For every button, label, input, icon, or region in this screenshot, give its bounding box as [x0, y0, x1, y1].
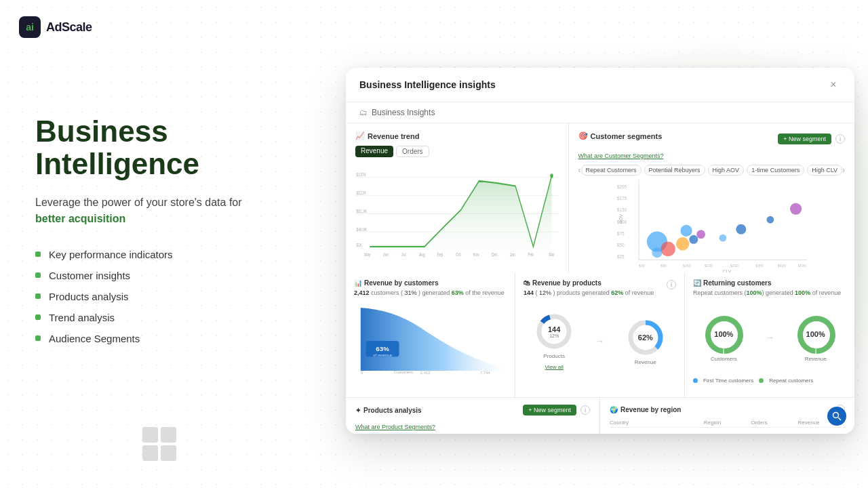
returning-customers-panel: 🔄 Returning customers Repeat customers (…	[685, 272, 854, 397]
bullet-customer	[35, 272, 41, 278]
revenue-trend-panel: 📈 Revenue trend Revenue Orders $137K $11…	[346, 123, 569, 285]
products-donut: 144 12%	[534, 311, 574, 352]
products-analysis-header: ✦ Products analysis + New segment i	[355, 405, 590, 415]
tab-orders[interactable]: Orders	[396, 146, 429, 157]
revenue-by-products-title: 🛍 Revenue by products	[524, 279, 601, 287]
products-analysis-info[interactable]: i	[580, 405, 590, 415]
bullet-products	[35, 293, 41, 299]
ret-cust-pct: 100%	[714, 330, 733, 338]
what-are-segments-link[interactable]: What are Customer Segments?	[578, 152, 664, 159]
what-are-product-segments-link[interactable]: What are Product Segments?	[355, 424, 435, 430]
svg-text:Jul: Jul	[401, 251, 406, 257]
search-fab-button[interactable]	[827, 407, 846, 426]
region-header: 🌍 Revenue by region i	[610, 405, 845, 414]
waterfall-chart: 63% of revenue 0 2,412 7,744 Customers	[354, 300, 507, 375]
svg-text:$230: $230	[704, 264, 712, 268]
chart-tabs: Revenue Orders	[355, 146, 559, 157]
svg-text:Oct: Oct	[456, 251, 461, 257]
bullet-kpi	[35, 251, 41, 257]
segment-pills: Repeat Customers Potential Rebuyers High…	[581, 165, 843, 176]
modal-title: Business Intelligence insights	[359, 79, 496, 90]
svg-point-41	[680, 225, 692, 237]
svg-text:$81.3K: $81.3K	[356, 208, 367, 214]
svg-text:$350: $350	[755, 264, 764, 268]
returning-icon: 🔄	[693, 279, 701, 287]
region-icon: 🌍	[610, 406, 618, 413]
logo-icon: ai	[19, 16, 41, 38]
pill-1time[interactable]: 1-time Customers	[747, 165, 804, 176]
svg-text:2,412: 2,412	[420, 371, 431, 375]
seg-nav-next[interactable]: ›	[842, 165, 845, 175]
subtitle: Leverage the power of your store's data …	[35, 195, 320, 227]
breadcrumb-bar: 🗂 Business Insights	[346, 102, 854, 123]
svg-text:$175: $175	[616, 196, 627, 201]
svg-text:$90: $90	[660, 264, 667, 268]
products-analysis-title: ✦ Products analysis	[355, 407, 422, 414]
svg-text:$75: $75	[616, 231, 624, 236]
ret-rev-pct: 100%	[806, 330, 825, 338]
close-button[interactable]: ×	[826, 77, 841, 92]
pill-high-clv[interactable]: High CLV	[807, 165, 842, 176]
revenue-donut: 62%	[625, 317, 666, 358]
rev-cust-icon: 📊	[354, 279, 362, 287]
modal-window: Business Intelligence insights × 🗂 Busin…	[346, 68, 854, 434]
breadcrumb-text: Business Insights	[372, 108, 435, 117]
revenue-by-customers-subtitle: 2,412 customers ( 31% ) generated 63% of…	[354, 289, 507, 296]
main-title: Business Intelligence	[35, 115, 320, 181]
svg-point-9	[550, 174, 553, 178]
returning-cust-donut: 100%	[703, 314, 744, 354]
svg-text:May: May	[364, 251, 371, 258]
breadcrumb-icon: 🗂	[359, 108, 368, 117]
customer-segments-panel: 🎯 Customer segments + New segment i What…	[569, 123, 855, 285]
bottom-section: ✦ Products analysis + New segment i What…	[346, 398, 854, 434]
col-orders: Orders	[751, 420, 797, 426]
revenue-trend-title: 📈 Revenue trend	[355, 131, 559, 140]
products-sublabel: 12%	[548, 333, 560, 338]
customers-count: 2,412	[354, 289, 370, 296]
ret-rev-label: Revenue	[795, 356, 836, 362]
svg-text:Nov: Nov	[473, 251, 479, 257]
legend-repeat-label: Repeat customers	[769, 378, 813, 384]
products-new-segment-btn[interactable]: + New segment	[523, 405, 576, 415]
legend-repeat-dot	[759, 378, 764, 383]
pill-high-aov[interactable]: High AOV	[708, 165, 745, 176]
feature-item-products: Products analysis	[35, 291, 320, 302]
region-title: 🌍 Revenue by region	[610, 406, 681, 413]
revenue-donut-label: Revenue	[625, 359, 666, 365]
feature-item-customer-insights: Customer insights	[35, 270, 320, 281]
svg-text:$420: $420	[777, 264, 785, 268]
svg-text:7,744: 7,744	[480, 371, 490, 375]
svg-text:Jan: Jan	[510, 251, 515, 257]
pill-potential[interactable]: Potential Rebuyers	[644, 165, 705, 176]
products-donut-label: Products	[534, 353, 574, 359]
svg-point-43	[719, 235, 726, 242]
svg-text:0: 0	[361, 371, 363, 375]
svg-text:$290: $290	[730, 264, 738, 268]
pill-repeat[interactable]: Repeat Customers	[581, 165, 642, 176]
returning-arrow: →	[765, 332, 774, 343]
tab-revenue[interactable]: Revenue	[355, 146, 393, 157]
modal-content: 📈 Revenue trend Revenue Orders $137K $11…	[346, 123, 854, 434]
revenue-by-customers-title: 📊 Revenue by customers	[354, 279, 507, 287]
rev-prod-icon: 🛍	[524, 279, 530, 287]
info-icon[interactable]: i	[835, 134, 845, 144]
revenue-trend-icon: 📈	[355, 131, 365, 140]
col-country: Country	[610, 420, 704, 426]
svg-text:Mar: Mar	[549, 251, 555, 257]
svg-text:$530: $530	[797, 264, 806, 268]
logo-text: AdScale	[46, 20, 92, 35]
revenue-by-region-panel: 🌍 Revenue by region i Country Region Ord…	[600, 398, 854, 434]
svg-text:Jun: Jun	[383, 251, 389, 257]
returning-donuts: 100% Customers →	[693, 300, 846, 375]
new-segment-button[interactable]: + New segment	[778, 134, 831, 144]
svg-text:$111K: $111K	[356, 190, 366, 195]
segment-icon: 🎯	[578, 131, 588, 140]
svg-point-45	[766, 216, 774, 224]
products-info-icon[interactable]: i	[667, 280, 676, 289]
svg-point-50	[689, 235, 698, 244]
view-all-link[interactable]: View all	[545, 364, 563, 370]
svg-point-48	[675, 237, 688, 250]
returning-rev-donut: 100%	[795, 314, 836, 354]
revenue-pct-label: 62%	[638, 333, 653, 342]
revenue-by-products-panel: 🛍 Revenue by products i 144 ( 12% ) prod…	[515, 272, 685, 397]
